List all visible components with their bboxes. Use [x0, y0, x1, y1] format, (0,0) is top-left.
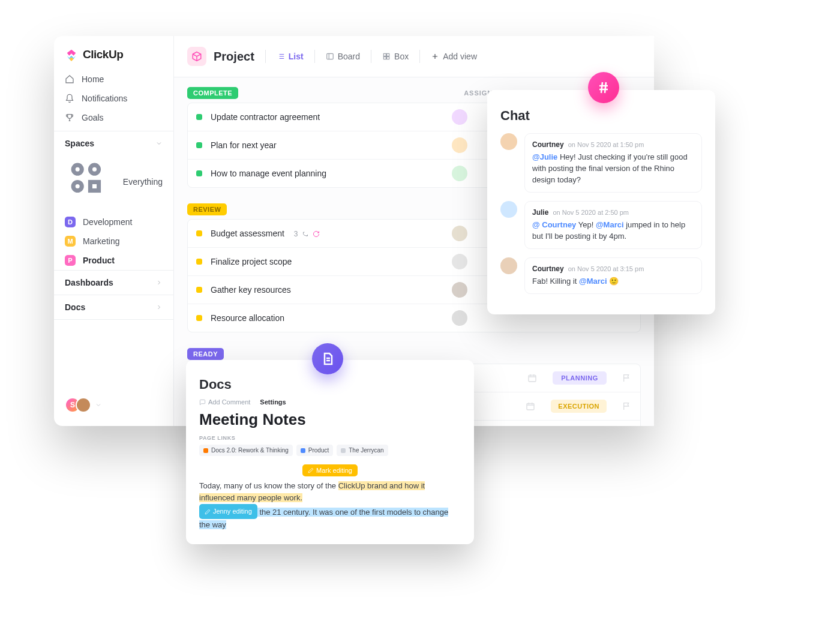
task-tag[interactable]: PLANNING [553, 371, 607, 385]
project-title: Project [214, 50, 254, 64]
page-links-label: PAGE LINKS [199, 435, 461, 441]
list-icon [277, 52, 285, 61]
divider [265, 50, 266, 63]
status-icon [196, 259, 202, 265]
mention[interactable]: @Marci [579, 277, 607, 286]
avatar[interactable] [452, 137, 467, 153]
group-label[interactable]: READY [187, 348, 224, 360]
task-title: Finalize project scope [211, 257, 443, 266]
avatar[interactable] [452, 109, 467, 125]
add-comment-button[interactable]: Add Comment [199, 398, 250, 406]
nav-home[interactable]: Home [54, 70, 173, 89]
doc-heading[interactable]: Meeting Notes [199, 410, 461, 429]
task-title: Plan for next year [211, 140, 443, 150]
svg-point-0 [73, 165, 82, 173]
chat-text: @ Courtney Yep! @Marci jumped in to help… [532, 220, 694, 242]
chat-message-body: Courtney on Nov 5 2020 at 3:15 pmFab! Ki… [524, 257, 702, 294]
avatar[interactable] [76, 397, 91, 413]
avatar [500, 257, 517, 274]
page-link-label: Product [308, 447, 329, 454]
svg-rect-10 [527, 403, 534, 410]
nav-notifications[interactable]: Notifications [54, 89, 173, 108]
doc-body[interactable]: Today, many of us know the story of the … [199, 480, 461, 531]
view-tab-box[interactable]: Box [376, 48, 415, 65]
nav-docs[interactable]: Docs [54, 295, 173, 320]
avatar[interactable] [452, 310, 467, 326]
chat-author: Courtney [532, 140, 564, 149]
calendar-icon[interactable] [526, 401, 535, 411]
nav-everything-label: Everything [123, 177, 163, 187]
page-link[interactable]: Product [296, 445, 333, 456]
status-icon [196, 142, 202, 148]
status-icon [196, 315, 202, 321]
chat-message: Courtney on Nov 5 2020 at 1:50 pm@Julie … [500, 133, 702, 193]
chat-author: Julie [532, 208, 548, 217]
editor-label: Mark editing [316, 467, 352, 474]
flag-icon[interactable] [622, 373, 632, 383]
chevron-right-icon [155, 279, 163, 286]
add-view-label: Add view [443, 52, 477, 61]
view-tab-list[interactable]: List [271, 48, 310, 65]
docs-feature-icon [312, 343, 343, 374]
task-tag[interactable]: EXECUTION [551, 400, 607, 413]
avatar[interactable] [452, 254, 467, 269]
status-icon [196, 114, 202, 120]
spaces-header-label: Spaces [65, 139, 94, 148]
nav-home-label: Home [82, 74, 104, 84]
page-link[interactable]: Docs 2.0: Rework & Thinking [199, 445, 293, 456]
page-link-label: The Jerrycan [349, 447, 383, 454]
chat-text: Fab! Killing it @Marci 🙂 [532, 276, 694, 287]
avatar[interactable] [452, 282, 467, 298]
subtask-count: 3 [294, 230, 298, 238]
svg-rect-9 [529, 375, 536, 382]
chat-timestamp: on Nov 5 2020 at 2:50 pm [551, 209, 629, 216]
nav-goals-label: Goals [82, 113, 104, 122]
status-icon [196, 230, 202, 236]
group-label[interactable]: REVIEW [187, 203, 227, 215]
mention[interactable]: @Marci [596, 220, 624, 229]
docs-panel: Docs Add Comment Settings Meeting Notes … [186, 360, 474, 544]
view-tab-label: List [289, 52, 304, 61]
mention[interactable]: @Julie [532, 152, 557, 161]
avatar[interactable] [452, 166, 467, 181]
chevron-down-icon[interactable] [95, 401, 102, 409]
page-links: Docs 2.0: Rework & Thinking Product The … [199, 445, 461, 456]
space-label: Development [83, 217, 133, 227]
calendar-icon[interactable] [527, 373, 537, 383]
chat-author: Courtney [532, 265, 564, 273]
chat-panel: Chat Courtney on Nov 5 2020 at 1:50 pm@J… [487, 90, 715, 314]
chat-message: Courtney on Nov 5 2020 at 3:15 pmFab! Ki… [500, 257, 702, 294]
doc-text: Today, many of us know the story of the [199, 481, 338, 490]
chat-timestamp: on Nov 5 2020 at 3:15 pm [566, 265, 644, 272]
space-marketing[interactable]: M Marketing [54, 232, 173, 251]
group-label[interactable]: COMPLETE [187, 87, 238, 99]
logo-icon [65, 48, 78, 61]
board-icon [326, 52, 334, 61]
divider [371, 50, 371, 63]
subtask-icon [302, 230, 309, 238]
status-icon [196, 287, 202, 293]
add-view-button[interactable]: Add view [425, 48, 483, 65]
task-title: Update contractor agreement [211, 112, 443, 122]
avatar[interactable] [452, 226, 467, 241]
editor-label: Jenny editing [213, 506, 252, 517]
docs-label: Docs [65, 302, 85, 312]
flag-icon[interactable] [622, 401, 632, 411]
recurring-icon [313, 230, 320, 238]
space-development[interactable]: D Development [54, 212, 173, 232]
brand-name: ClickUp [83, 48, 123, 61]
nav-dashboards[interactable]: Dashboards [54, 270, 173, 295]
svg-point-2 [73, 182, 82, 190]
mention[interactable]: @ Courtney [532, 220, 576, 229]
doc-settings-button[interactable]: Settings [260, 398, 286, 406]
nav-everything[interactable]: Everything [54, 152, 173, 212]
chat-title: Chat [500, 108, 702, 124]
comment-icon [199, 399, 206, 406]
view-tab-board[interactable]: Board [320, 48, 366, 65]
space-product[interactable]: P Product [54, 251, 173, 270]
spaces-header[interactable]: Spaces [54, 131, 173, 152]
divider [314, 50, 315, 63]
chat-feature-icon [588, 72, 619, 103]
page-link[interactable]: The Jerrycan [337, 445, 388, 456]
nav-goals[interactable]: Goals [54, 108, 173, 127]
